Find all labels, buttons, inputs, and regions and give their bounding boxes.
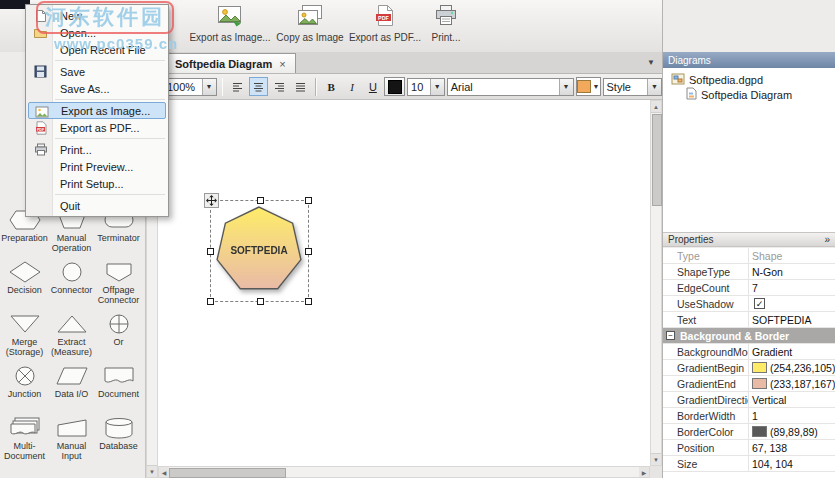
align-right-button[interactable] (270, 77, 289, 96)
chevron-down-icon[interactable]: ▼ (430, 79, 444, 95)
selected-shape[interactable]: SOFTPEDIA (214, 204, 304, 294)
scroll-right-icon[interactable]: ▶ (639, 467, 649, 477)
export-image-button[interactable]: Export as Image... (190, 2, 270, 49)
menu-item-print-setup[interactable]: Print Setup... (28, 175, 166, 192)
scroll-up-icon[interactable]: ▲ (651, 101, 661, 113)
palette-item-data-io[interactable]: Data I/O (48, 362, 95, 414)
palette-item-multi-document[interactable]: Multi-Document (1, 414, 48, 466)
style-combo[interactable]: Style ▼ (603, 78, 662, 96)
export-pdf-button[interactable]: PDF Export as PDF... (352, 2, 418, 49)
property-value[interactable]: Vertical (749, 392, 835, 407)
resize-handle-se[interactable] (305, 298, 312, 305)
zoom-combo[interactable]: 100% ▼ (163, 78, 217, 96)
property-row[interactable]: EdgeCount7 (663, 280, 835, 296)
property-value[interactable]: Shape (749, 248, 835, 263)
property-row[interactable]: BorderWidth1 (663, 408, 835, 424)
canvas-horizontal-scrollbar[interactable]: ◀ ▶ (158, 466, 650, 478)
font-size-combo[interactable]: 10 ▼ (407, 78, 445, 96)
scroll-left-icon[interactable]: ◀ (159, 467, 169, 477)
copy-image-button[interactable]: Copy as Image (272, 2, 348, 49)
menu-item-open[interactable]: Open... (28, 24, 166, 41)
resize-handle-s[interactable] (257, 298, 264, 305)
palette-item-manual-input[interactable]: Manual Input (48, 414, 95, 466)
menu-item-export-image[interactable]: Export as Image... (28, 102, 166, 119)
property-row[interactable]: Size104, 104 (663, 456, 835, 472)
scrollbar-thumb[interactable] (169, 468, 286, 478)
property-row[interactable]: GradientDirectionVertical (663, 392, 835, 408)
italic-button[interactable]: I (343, 77, 362, 96)
palette-item-database[interactable]: Database (95, 414, 142, 466)
align-justify-button[interactable] (291, 77, 310, 96)
property-row[interactable]: BorderColor(89,89,89) (663, 424, 835, 440)
property-name: Type (663, 248, 749, 263)
resize-handle-e[interactable] (305, 248, 312, 255)
menu-item-print-preview[interactable]: Print Preview... (28, 158, 166, 175)
property-value[interactable]: 7 (749, 280, 835, 295)
tree-item-root[interactable]: Softpedia.dgpd (663, 72, 835, 87)
tab-list-dropdown-icon[interactable]: ▼ (647, 58, 655, 67)
canvas-vertical-scrollbar[interactable]: ▲ ▼ (650, 100, 662, 466)
property-row[interactable]: ShapeTypeN-Gon (663, 264, 835, 280)
property-row[interactable]: TextSOFTPEDIA (663, 312, 835, 328)
scrollbar-thumb[interactable] (652, 114, 662, 206)
font-color-button[interactable] (384, 77, 405, 96)
property-row[interactable]: TypeShape (663, 248, 835, 264)
tree-item-child[interactable]: Softpedia Diagram (663, 87, 835, 102)
palette-item-decision[interactable]: Decision (1, 258, 48, 310)
property-value[interactable]: ✓ (749, 296, 835, 311)
underline-button[interactable]: U (363, 77, 382, 96)
chevron-right-icon[interactable]: » (824, 234, 830, 245)
align-left-button[interactable] (228, 77, 247, 96)
print-icon (32, 142, 49, 157)
property-section-header[interactable]: −Background & Border (663, 328, 835, 344)
palette-item-merge-storage[interactable]: Merge (Storage) (1, 310, 48, 362)
property-value[interactable]: (89,89,89) (749, 424, 835, 439)
menu-item-export-pdf[interactable]: PDF Export as PDF... (28, 119, 166, 136)
property-value[interactable]: 104, 104 (749, 456, 835, 471)
chevron-down-icon[interactable]: ▼ (202, 79, 216, 95)
menu-item-new[interactable]: New (28, 7, 166, 24)
menu-item-save[interactable]: Save (28, 63, 166, 80)
menu-item-quit[interactable]: Quit (28, 197, 166, 214)
resize-handle-ne[interactable] (305, 197, 312, 204)
palette-item-offpage-connector[interactable]: Offpage Connector (95, 258, 142, 310)
resize-handle-sw[interactable] (207, 298, 214, 305)
palette-item-junction[interactable]: Junction (1, 362, 48, 414)
property-value[interactable]: SOFTPEDIA (749, 312, 835, 327)
diagram-canvas[interactable]: SOFTPEDIA (158, 100, 650, 466)
property-row[interactable]: GradientBegin(254,236,105) (663, 360, 835, 376)
property-value[interactable]: N-Gon (749, 264, 835, 279)
property-value[interactable]: Gradient (749, 344, 835, 359)
palette-item-extract-measure[interactable]: Extract (Measure) (48, 310, 95, 362)
property-row[interactable]: GradientEnd(233,187,167) (663, 376, 835, 392)
close-icon[interactable]: × (279, 58, 285, 70)
resize-handle-w[interactable] (207, 248, 214, 255)
palette-item-or[interactable]: Or (95, 310, 142, 362)
bold-button[interactable]: B (322, 77, 341, 96)
property-value[interactable]: 67, 138 (749, 440, 835, 455)
chevron-down-icon[interactable]: ▼ (559, 79, 573, 95)
palette-item-document[interactable]: Document (95, 362, 142, 414)
resize-handle-n[interactable] (257, 197, 264, 204)
font-family-combo[interactable]: Arial ▼ (447, 78, 574, 96)
collapse-icon[interactable]: − (666, 331, 675, 340)
palette-item-connector[interactable]: Connector (48, 258, 95, 310)
menu-item-save-as[interactable]: Save As... (28, 80, 166, 97)
property-value[interactable]: 1 (749, 408, 835, 423)
menu-item-open-recent[interactable]: Open Recent File (28, 41, 166, 58)
property-row[interactable]: UseShadow✓ (663, 296, 835, 312)
scroll-down-icon[interactable]: ▼ (651, 453, 661, 465)
property-row[interactable]: Position67, 138 (663, 440, 835, 456)
tab-softpedia-diagram[interactable]: Softpedia Diagram × (165, 53, 296, 73)
property-value[interactable]: (254,236,105) (749, 360, 835, 375)
fill-color-button[interactable]: ▼ (576, 77, 601, 96)
menu-item-label: Print... (60, 144, 92, 156)
chevron-down-icon[interactable]: ▼ (647, 79, 661, 95)
print-button[interactable]: Print... (422, 2, 470, 49)
checkbox-icon[interactable]: ✓ (754, 298, 765, 309)
scroll-down-icon[interactable]: ▼ (147, 465, 157, 477)
menu-item-print[interactable]: Print... (28, 141, 166, 158)
align-center-button[interactable] (249, 77, 268, 96)
property-row[interactable]: BackgroundModeGradient (663, 344, 835, 360)
property-value[interactable]: (233,187,167) (749, 376, 835, 391)
